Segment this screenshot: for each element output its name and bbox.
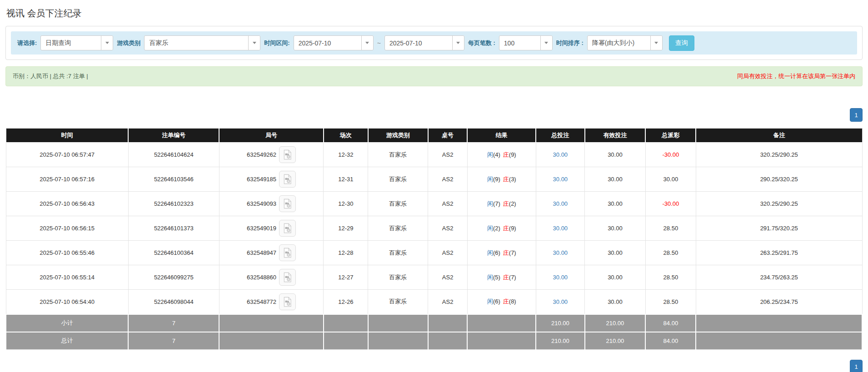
video-file-icon (282, 149, 293, 160)
result-cell: 闲(6)庄(7) (467, 241, 536, 265)
summary-bar: 币别：人民币 | 总共 :7 注单 | 同局有效投注，统一计算在该局第一张注单内 (5, 66, 863, 86)
total-count: 7 (128, 332, 219, 350)
session: 12-31 (324, 167, 368, 192)
result-cell: 闲(9)庄(3) (467, 167, 536, 192)
player-result: 闲 (487, 298, 493, 305)
payout: -30.00 (645, 143, 696, 167)
video-file-icon (282, 198, 293, 209)
remark: 320.25/290.25 (696, 143, 862, 167)
bet-time: 2025-07-10 06:55:46 (6, 241, 128, 265)
bet-id: 522646100364 (128, 241, 219, 265)
player-result: 闲 (487, 274, 493, 281)
total-row: 总计 7 210.00 210.00 84.00 (6, 332, 862, 350)
bet-id: 522646101373 (128, 216, 219, 241)
bet-id: 522646098044 (128, 290, 219, 314)
video-file-icon (282, 297, 293, 307)
page-title: 视讯 会员下注纪录 (5, 0, 863, 26)
result-cell: 闲(7)庄(2) (467, 192, 536, 216)
banker-result: 庄 (503, 225, 509, 232)
table-footer: 小计 7 210.00 210.00 84.00 总计 7 210.00 210… (6, 314, 862, 350)
player-result: 闲 (487, 225, 493, 232)
total-bet-link[interactable]: 30.00 (553, 151, 568, 158)
video-replay-button[interactable] (279, 269, 296, 286)
banker-result: 庄 (503, 151, 509, 158)
total-bet-link[interactable]: 30.00 (553, 176, 568, 183)
game-category-label: 游戏类别 (117, 39, 140, 47)
video-replay-button[interactable] (279, 171, 296, 188)
game-category: 百家乐 (368, 216, 428, 241)
session: 12-32 (324, 143, 368, 167)
subtotal-label: 小计 (6, 314, 128, 332)
video-replay-button[interactable] (279, 220, 296, 237)
bet-time: 2025-07-10 06:54:40 (6, 290, 128, 314)
session: 12-30 (324, 192, 368, 216)
video-replay-button[interactable] (279, 244, 296, 261)
summary-currency-count: 币别：人民币 | 总共 :7 注单 | (13, 72, 88, 80)
session: 12-27 (324, 265, 368, 290)
time-order-value: 降幂(由大到小) (588, 36, 650, 50)
subtotal-payout: 84.00 (645, 314, 696, 332)
game-category-select[interactable]: 百家乐 (144, 35, 260, 50)
total-bet-link[interactable]: 30.00 (553, 249, 568, 256)
subtotal-count: 7 (128, 314, 219, 332)
result-cell: 闲(4)庄(9) (467, 143, 536, 167)
result-cell: 闲(5)庄(7) (467, 265, 536, 290)
bet-time: 2025-07-10 06:57:47 (6, 143, 128, 167)
player-result: 闲 (487, 249, 493, 256)
bet-time: 2025-07-10 06:56:15 (6, 216, 128, 241)
video-replay-button[interactable] (279, 195, 296, 212)
valid-bet: 30.00 (585, 167, 646, 192)
total-bet-link[interactable]: 30.00 (553, 298, 568, 305)
total-bet-link[interactable]: 30.00 (553, 200, 568, 207)
page-1-button[interactable]: 1 (850, 360, 863, 372)
table-number: AS2 (428, 143, 468, 167)
column-header-valid-bet: 有效投注 (585, 129, 646, 143)
date-to-select[interactable]: 2025-07-10 (384, 35, 464, 50)
valid-bet: 30.00 (585, 216, 646, 241)
video-replay-button[interactable] (279, 293, 296, 310)
session: 12-28 (324, 241, 368, 265)
round-cell: 632548947 (219, 241, 324, 265)
video-file-icon (282, 272, 293, 283)
summary-notice: 同局有效投注，统一计算在该局第一张注单内 (737, 72, 855, 80)
table-header: 时间 注单编号 局号 场次 游戏类别 桌号 结果 总投注 有效投注 总派彩 备注 (6, 129, 862, 143)
chevron-down-icon (650, 36, 662, 50)
query-type-select[interactable]: 日期查询 (40, 35, 113, 50)
valid-bet: 30.00 (585, 290, 646, 314)
table-row: 2025-07-10 06:56:43 522646102323 6325490… (6, 192, 862, 216)
time-order-select[interactable]: 降幂(由大到小) (587, 35, 663, 50)
total-payout: 84.00 (645, 332, 696, 350)
player-result: 闲 (487, 200, 493, 207)
search-button[interactable]: 查询 (669, 35, 694, 51)
table-number: AS2 (428, 192, 468, 216)
video-replay-button[interactable] (279, 146, 296, 163)
page-size-label: 每页笔数 : (468, 39, 495, 47)
banker-result: 庄 (503, 200, 509, 207)
pagination-top: 1 (5, 108, 863, 122)
valid-bet: 30.00 (585, 143, 646, 167)
video-file-icon (282, 248, 293, 258)
date-from-select[interactable]: 2025-07-10 (294, 35, 374, 50)
banker-result: 庄 (503, 274, 509, 281)
bet-time: 2025-07-10 06:57:16 (6, 167, 128, 192)
subtotal-valid-bet: 210.00 (585, 314, 646, 332)
game-category-value: 百家乐 (145, 36, 248, 50)
table-body: 2025-07-10 06:57:47 522646104624 6325492… (6, 143, 862, 314)
game-category: 百家乐 (368, 167, 428, 192)
round-cell: 632548860 (219, 265, 324, 290)
date-from-value: 2025-07-10 (294, 36, 361, 50)
banker-result: 庄 (503, 249, 509, 256)
total-bet-link[interactable]: 30.00 (553, 274, 568, 281)
round-id: 632548947 (247, 249, 276, 256)
page-1-button[interactable]: 1 (850, 108, 863, 122)
round-cell: 632549185 (219, 167, 324, 192)
payout: 28.50 (645, 216, 696, 241)
table-number: AS2 (428, 167, 468, 192)
total-bet-link[interactable]: 30.00 (553, 225, 568, 232)
remark: 263.25/291.75 (696, 241, 862, 265)
table-row: 2025-07-10 06:55:46 522646100364 6325489… (6, 241, 862, 265)
subtotal-row: 小计 7 210.00 210.00 84.00 (6, 314, 862, 332)
page-size-select[interactable]: 100 (499, 35, 553, 50)
column-header-payout: 总派彩 (645, 129, 696, 143)
bet-id: 522646099275 (128, 265, 219, 290)
